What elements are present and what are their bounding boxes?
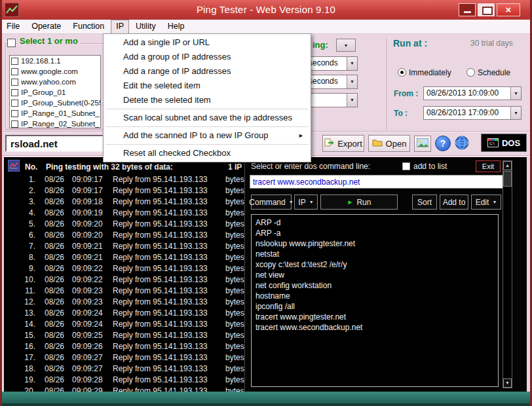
menubar-item-help[interactable]: Help xyxy=(162,20,190,33)
host-checkbox[interactable] xyxy=(11,100,18,107)
radio-schedule-label[interactable]: Schedule xyxy=(478,68,510,77)
export-button[interactable]: Export xyxy=(322,135,364,152)
minimize-button[interactable] xyxy=(459,3,476,16)
menu-item-add-the-scanned-ip-to-a-new-ip-group[interactable]: Add the scanned IP to a new IP Group► xyxy=(104,128,311,143)
host-checkbox[interactable] xyxy=(11,79,18,86)
command-list-item[interactable]: net view xyxy=(256,270,494,280)
host-label: IP_Range_01_Subnet_ xyxy=(21,109,100,117)
command-list[interactable]: ARP -dARP -anslookup www.pingtester.netn… xyxy=(251,214,499,387)
command-list-item[interactable]: netstat xyxy=(256,249,494,259)
ping-no: 14. xyxy=(13,319,35,330)
add-to-button[interactable]: Add to xyxy=(440,194,468,210)
menu-item-detete-the-seleted-item[interactable]: Detete the seleted item xyxy=(104,93,311,107)
menubar-item-utility[interactable]: Utility xyxy=(130,20,161,33)
host-list-item[interactable]: IP_Group_01 xyxy=(10,87,100,98)
host-list-item[interactable]: www.google.com xyxy=(10,66,100,77)
menu-item-add-a-single-ip-or-url[interactable]: Add a single IP or URL xyxy=(104,35,311,50)
command-list-item[interactable]: xcopy c:\test d:\test2 /e/r/y xyxy=(256,259,494,270)
host-label: 192.168.1.1 xyxy=(21,57,61,65)
menubar-item-file[interactable]: File xyxy=(1,20,25,33)
ping-date: 08/26 xyxy=(45,352,64,363)
interval-combo-2[interactable]: seconds ▼ xyxy=(305,75,358,89)
command-list-item[interactable]: ARP -a xyxy=(256,228,494,238)
menu-item-edit-the-seleted-item[interactable]: Edit the seleted item xyxy=(104,79,311,93)
chevron-down-icon[interactable]: ▼ xyxy=(510,107,521,119)
host-list[interactable]: 192.168.1.1www.google.comwww.yahoo.comIP… xyxy=(9,55,101,128)
host-list-item[interactable]: IP_Range_02_Subnet_ xyxy=(10,119,100,128)
host-list-item[interactable]: www.yahoo.com xyxy=(10,77,100,87)
command-list-item[interactable]: net config workstation xyxy=(256,280,494,291)
ping-message: Reply from 95.141.193.133 xyxy=(113,286,208,297)
help-icon: ? xyxy=(440,138,446,149)
command-input[interactable] xyxy=(250,175,504,189)
ip-menu-button[interactable]: IP ▼ xyxy=(294,194,318,210)
ping-date: 08/26 xyxy=(45,274,64,286)
host-checkbox[interactable] xyxy=(11,120,18,128)
menu-item-scan-local-subnet-and-save-the-ip-addresse[interactable]: Scan local subnet and save the ip addres… xyxy=(104,111,311,125)
chevron-down-icon[interactable]: ▼ xyxy=(347,75,357,88)
command-menu-button[interactable]: Command ▼ xyxy=(251,194,292,210)
sort-button-label: Sort xyxy=(417,198,432,207)
host-checkbox[interactable] xyxy=(11,89,18,96)
command-list-item[interactable]: nslookup www.pingtester.net xyxy=(256,238,494,249)
from-date-combo[interactable]: 08/26/2013 10:09:00 ▼ xyxy=(423,86,522,100)
ping-tail: bytes= xyxy=(225,230,244,241)
add-to-list-label[interactable]: add to list xyxy=(413,162,447,171)
add-to-button-label: Add to xyxy=(443,198,466,207)
ping-row: 2.08/2609:09:17Reply from 95.141.193.133… xyxy=(4,185,244,196)
command-list-item[interactable]: ipconfig /all xyxy=(256,301,494,312)
command-list-item[interactable]: hostname xyxy=(256,291,494,301)
host-list-item[interactable]: 192.168.1.1 xyxy=(10,56,100,66)
ping-time: 09:09:22 xyxy=(72,274,103,286)
add-to-list-checkbox[interactable] xyxy=(402,162,410,170)
dos-button[interactable]: C:\ DOS xyxy=(481,134,527,152)
dos-scrollbar[interactable]: ▲ ▼ xyxy=(503,160,512,388)
menu-item-add-a-range-of-ip-addresses[interactable]: Add a range of IP addresses xyxy=(104,64,311,79)
menu-item-add-a-group-of-ip-addresses[interactable]: Add a group of IP addresses xyxy=(104,50,311,64)
chevron-down-icon[interactable]: ▼ xyxy=(347,57,357,70)
ping-tail: bytes= xyxy=(225,297,244,308)
exit-button[interactable]: Exit xyxy=(476,160,501,172)
sort-button[interactable]: Sort xyxy=(412,194,437,210)
ping-row: 8.08/2609:09:21Reply from 95.141.193.133… xyxy=(4,252,244,263)
menu-item-reset-all-checked-checkbox[interactable]: Reset all checked Checkbox xyxy=(104,146,311,160)
command-list-item[interactable]: tracert www.pingtester.net xyxy=(256,312,494,322)
menu-separator xyxy=(105,126,309,127)
open-button[interactable]: Open xyxy=(368,135,410,152)
host-checkbox[interactable] xyxy=(11,68,18,75)
edit-menu-button[interactable]: Edit ▼ xyxy=(471,194,501,210)
select-hosts-checkbox[interactable] xyxy=(7,39,16,47)
host-checkbox[interactable] xyxy=(11,110,18,117)
radio-schedule[interactable] xyxy=(466,68,475,77)
scroll-thumb[interactable] xyxy=(503,171,512,187)
to-date-combo[interactable]: 08/26/2013 17:09:00 ▼ xyxy=(423,106,522,120)
run-button[interactable]: ► Run xyxy=(320,194,398,210)
scroll-down-button[interactable]: ▼ xyxy=(503,378,512,388)
menubar-item-ip[interactable]: IP xyxy=(111,20,129,33)
interval-combo-3[interactable]: ▼ xyxy=(305,93,358,107)
ping-tail: bytes= xyxy=(225,286,244,297)
host-input[interactable] xyxy=(5,135,104,152)
command-list-item[interactable]: tracert www.secondbackup.net xyxy=(256,322,494,333)
command-button-label: Command xyxy=(249,198,285,207)
scroll-up-button[interactable]: ▲ xyxy=(503,161,512,170)
help-button[interactable]: ? xyxy=(435,136,451,151)
chevron-down-icon[interactable]: ▼ xyxy=(347,94,357,107)
menubar-item-operate[interactable]: Operate xyxy=(26,20,66,33)
host-list-item[interactable]: IP_Range_01_Subnet_ xyxy=(10,108,100,119)
host-list-item[interactable]: IP_Group_Subnet(0-255 xyxy=(10,98,100,108)
close-button[interactable]: × xyxy=(497,3,520,16)
command-list-item[interactable]: ARP -d xyxy=(256,217,494,228)
radio-immediately-label[interactable]: Immediately xyxy=(409,68,451,77)
maximize-button[interactable] xyxy=(478,3,495,16)
ping-row: 5.08/2609:09:20Reply from 95.141.193.133… xyxy=(4,219,244,230)
host-checkbox[interactable] xyxy=(11,58,18,65)
menubar-item-function[interactable]: Function xyxy=(67,20,109,33)
radio-immediately[interactable] xyxy=(398,68,406,77)
ping-setting-dropdown[interactable]: ▼ xyxy=(336,39,356,52)
ping-time: 09:09:27 xyxy=(72,363,103,375)
image-button[interactable] xyxy=(414,136,431,152)
interval-combo-1[interactable]: seconds ▼ xyxy=(305,56,358,71)
chevron-down-icon[interactable]: ▼ xyxy=(510,87,521,100)
browser-button[interactable] xyxy=(454,136,470,151)
